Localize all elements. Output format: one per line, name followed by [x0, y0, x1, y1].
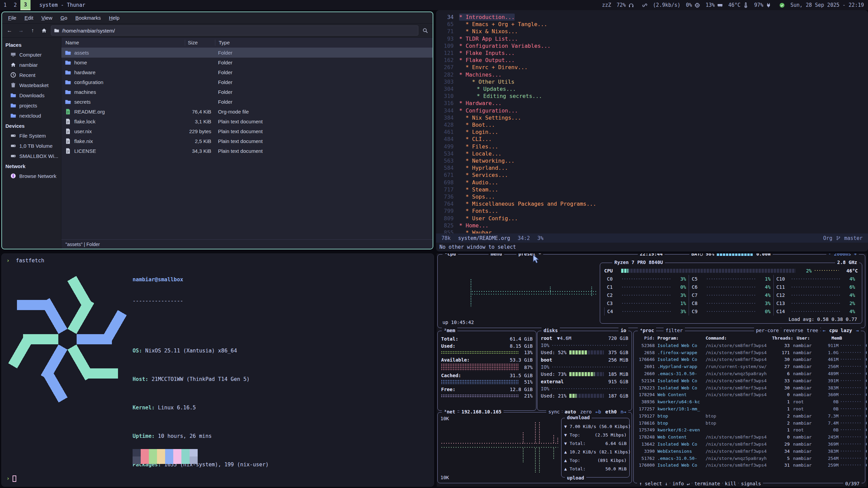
- col-program[interactable]: Program:: [655, 336, 706, 341]
- proc-reverse-button[interactable]: reverse: [781, 328, 805, 333]
- workspace-button[interactable]: 2: [10, 0, 20, 10]
- file-row[interactable]: assets Folder: [61, 48, 433, 58]
- file-row[interactable]: secrets Folder: [61, 97, 433, 107]
- process-row[interactable]: 52134 Isolated Web Co /nix/store/sm8fmrf…: [634, 377, 865, 384]
- tray-item[interactable]: zzZ: [602, 2, 611, 8]
- tray-item[interactable]: [777, 2, 785, 8]
- file-row[interactable]: hardware Folder: [61, 67, 433, 77]
- proc-percore-button[interactable]: per-core: [754, 328, 781, 333]
- process-row[interactable]: 2660 .emacs-31.0.50- /nix/store/wnqz5pa8…: [634, 370, 865, 377]
- process-row[interactable]: 176646 Isolated Web Co /nix/store/sm8fmr…: [634, 356, 865, 363]
- org-heading-line[interactable]: 93 * TLDR App List...: [436, 35, 868, 42]
- tray-item[interactable]: 97%: [754, 2, 771, 8]
- org-heading-line[interactable]: 764 * Miscellaneous Packages and Program…: [436, 200, 868, 207]
- org-heading-line[interactable]: 428 * Boot...: [436, 121, 868, 128]
- back-button[interactable]: ←: [5, 26, 14, 35]
- file-row[interactable]: README.org 76,4 KiB Org-mode file: [61, 107, 433, 117]
- process-row[interactable]: 38936 kworker/u64:6-kc 1 root 0B 0.0: [634, 398, 865, 405]
- file-row[interactable]: flake.nix 2,5 KiB Plain text document: [61, 136, 433, 146]
- proc-filter-button[interactable]: filter: [664, 328, 685, 333]
- tray-item[interactable]: [639, 2, 648, 8]
- process-row[interactable]: 178294 Web Content /nix/store/sm8fmrf3wp…: [634, 391, 865, 399]
- org-heading-line[interactable]: 584 * Hyprland...: [436, 164, 868, 171]
- sidebar-item[interactable]: File System: [2, 130, 61, 141]
- menu-item[interactable]: Bookmarks: [72, 14, 104, 22]
- org-heading-line[interactable]: 563 * Networking...: [436, 157, 868, 164]
- file-row[interactable]: user.nix 229 bytes Plain text document: [61, 126, 433, 136]
- tab-cpu[interactable]: ¹cpu: [442, 253, 458, 257]
- shell-input-line[interactable]: ›: [6, 475, 16, 482]
- process-row[interactable]: 13642 Isolated Web Co /nix/store/sm8fmrf…: [634, 441, 865, 448]
- col-threads[interactable]: Threads:: [772, 336, 793, 341]
- org-heading-line[interactable]: 109 * Configuration Variables...: [436, 42, 868, 49]
- sidebar-item[interactable]: nambiar: [2, 60, 61, 70]
- org-heading-line[interactable]: 303 * Other Utils: [436, 78, 868, 85]
- sidebar-item[interactable]: Wastebasket: [2, 80, 61, 90]
- process-row[interactable]: 178616 btop btop 2 nambiar 7.4M 0.0: [634, 420, 865, 427]
- org-heading-line[interactable]: 121 * Flake Inputs...: [436, 49, 868, 57]
- process-row[interactable]: 176223 Isolated Web Co /nix/store/sm8fmr…: [634, 384, 865, 391]
- sidebar-item[interactable]: nextcloud: [2, 110, 61, 121]
- file-row[interactable]: machines Folder: [61, 87, 433, 97]
- tray-item[interactable]: 0%: [686, 2, 700, 8]
- process-row[interactable]: 51762 .emacs-31.0.50- /nix/store/wnqz5pa…: [634, 455, 865, 462]
- org-heading-line[interactable]: 736 * Sops...: [436, 193, 868, 200]
- column-size[interactable]: Size: [185, 40, 215, 45]
- org-heading-line[interactable]: 698 * Audio...: [436, 179, 868, 186]
- org-heading-line[interactable]: 65 * Emacs + Org + Tangle...: [436, 21, 868, 28]
- org-heading-line[interactable]: 461 * Login...: [436, 128, 868, 136]
- org-heading-line[interactable]: 825 * Home...: [436, 222, 868, 229]
- menu-item[interactable]: Edit: [21, 14, 37, 22]
- info-button[interactable]: info ↵: [670, 481, 692, 486]
- process-row[interactable]: 177257 kworker/10:1-mm_ 1 root 0B 0.0: [634, 405, 865, 412]
- search-button[interactable]: [420, 26, 430, 35]
- tab-proc[interactable]: ⁴proc: [638, 328, 656, 333]
- sidebar-item[interactable]: Downloads: [2, 90, 61, 100]
- process-row[interactable]: 2658 .firefox-wrappe /nix/store/sm8fmrf3…: [634, 349, 865, 356]
- org-heading-line[interactable]: 384 * Nix Settings...: [436, 114, 868, 121]
- process-row[interactable]: 52368 Isolated Web Co /nix/store/sm8fmrf…: [634, 342, 865, 349]
- org-heading-line[interactable]: 282 * Machines...: [436, 71, 868, 78]
- menu-item[interactable]: File: [5, 14, 20, 22]
- up-button[interactable]: ↑: [28, 26, 37, 35]
- home-button[interactable]: [39, 26, 49, 35]
- org-heading-line[interactable]: 855 * Waubar...: [436, 229, 868, 233]
- path-bar[interactable]: /home/nambiar/system/: [51, 25, 418, 36]
- tab-disks[interactable]: disks: [541, 328, 560, 333]
- file-row[interactable]: LICENSE 34,3 KiB Plain text document: [61, 146, 433, 156]
- sidebar-item[interactable]: Computer: [2, 49, 61, 60]
- select-buttons[interactable]: ↑ select ↓: [637, 481, 670, 486]
- org-heading-line[interactable]: 809 * User Config...: [436, 215, 868, 222]
- tray-item[interactable]: 46°C: [728, 2, 749, 8]
- sidebar-item[interactable]: Recent: [2, 70, 61, 80]
- col-command[interactable]: Command:: [706, 336, 772, 341]
- sidebar-item[interactable]: 1,0 TB Volume: [2, 141, 61, 151]
- menu-item[interactable]: Help: [105, 14, 123, 22]
- tray-item[interactable]: (2.9kb/s): [653, 2, 680, 8]
- col-mem[interactable]: MemB: [825, 336, 842, 341]
- org-heading-line[interactable]: 267 * Envrc + Direnv...: [436, 64, 868, 71]
- tab-mem[interactable]: ²mem: [442, 328, 457, 333]
- file-row[interactable]: home Folder: [61, 58, 433, 67]
- proc-tree-button[interactable]: tree: [805, 328, 820, 333]
- file-row[interactable]: configuration Folder: [61, 77, 433, 87]
- sidebar-item[interactable]: Browse Network: [2, 171, 61, 181]
- org-heading-line[interactable]: 484 * CLI...: [436, 136, 868, 143]
- tray-item[interactable]: Sun, 28 Sep 2025 - 22:19: [790, 2, 864, 8]
- org-heading-line[interactable]: 344 * Configuration...: [436, 107, 868, 114]
- process-row[interactable]: 176000 Isolated Web Co /nix/store/sm8fmr…: [634, 462, 865, 469]
- workspace-button[interactable]: 1: [0, 0, 10, 10]
- update-interval[interactable]: - 2000ms +: [826, 253, 859, 257]
- menu-button[interactable]: menu: [489, 253, 504, 257]
- org-heading-line[interactable]: 499 * Files...: [436, 143, 868, 150]
- process-row[interactable]: 178248 Web Content /nix/store/sm8fmrf3wp…: [634, 433, 865, 441]
- menu-item[interactable]: Go: [57, 14, 71, 22]
- kill-button[interactable]: kill: [723, 481, 738, 486]
- process-row[interactable]: 2601 .Hyprland-wrapp /run/current-system…: [634, 363, 865, 370]
- col-user[interactable]: User:: [793, 336, 825, 341]
- process-row[interactable]: 175749 kworker/6:2-even 1 root 0B 0.0: [634, 427, 865, 434]
- tray-item[interactable]: 13%: [706, 2, 723, 8]
- terminate-button[interactable]: terminate: [692, 481, 722, 486]
- process-row[interactable]: 179127 btop btop 2 nambiar 7.3M 0.0: [634, 412, 865, 420]
- org-heading-line[interactable]: 534 * Locale...: [436, 150, 868, 157]
